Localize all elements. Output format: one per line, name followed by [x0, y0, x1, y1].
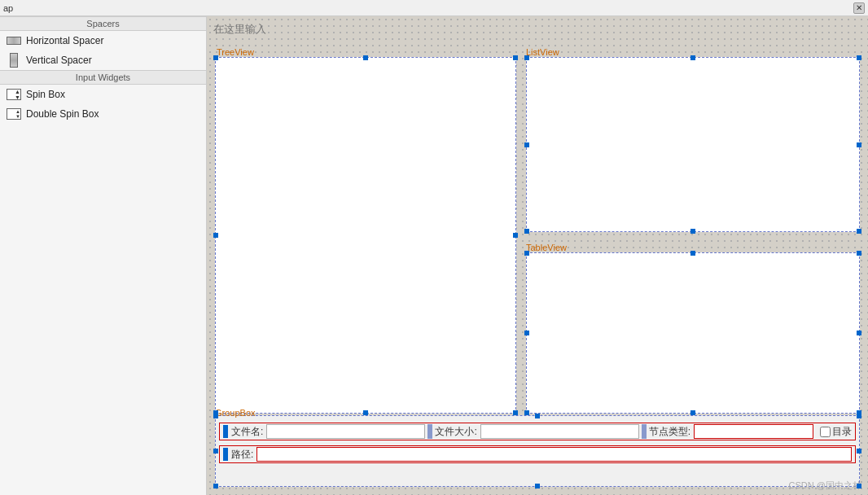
canvas-area: TreeView ListView — [207, 16, 868, 495]
file-size-label: 文件大小: — [435, 425, 476, 439]
sidebar-item-horizontal-spacer[interactable]: Horizontal Spacer — [0, 31, 206, 50]
groupbox-panel: 文件名: 文件大小: 节点类型: 目录 — [215, 415, 860, 487]
horizontal-spacer-label: Horizontal Spacer — [26, 35, 103, 46]
listview-label: ListView — [526, 47, 559, 57]
handle-tr — [857, 55, 861, 60]
section-spacers: Spacers — [0, 16, 206, 31]
handle-bl — [524, 410, 529, 415]
separator-handle-2[interactable] — [642, 424, 647, 439]
node-type-label: 节点类型: — [649, 425, 690, 439]
sidebar-item-spin-box[interactable]: ▲▼ Spin Box — [0, 85, 206, 104]
handle-tl — [524, 251, 529, 256]
main-input[interactable] — [213, 23, 861, 35]
handle-tm — [690, 251, 695, 256]
tableview-panel[interactable] — [526, 252, 860, 414]
left-panel: Spacers Horizontal Spacer Vertical Space… — [0, 16, 207, 495]
handle-mr — [513, 233, 518, 238]
close-button[interactable]: ✕ — [853, 2, 865, 14]
handle-bl — [213, 484, 218, 488]
handle-bm — [363, 410, 368, 415]
handle-tl — [213, 55, 218, 60]
handle-bm — [690, 229, 695, 234]
main-layout: Spacers Horizontal Spacer Vertical Space… — [0, 16, 868, 495]
handle-tm — [690, 55, 695, 60]
handle-tl — [524, 55, 529, 60]
listview-panel[interactable] — [526, 57, 860, 232]
handle-br — [857, 484, 861, 488]
top-input-area[interactable] — [213, 23, 861, 35]
directory-checkbox-area: 目录 — [817, 425, 852, 439]
right-panel[interactable]: TreeView ListView — [207, 16, 868, 495]
separator-handle-1[interactable] — [427, 424, 432, 439]
file-name-input[interactable] — [266, 424, 425, 439]
handle-tm — [363, 55, 368, 60]
sidebar-item-double-spin-box[interactable]: ▲▼ Double Spin Box — [0, 104, 206, 124]
row2-handle-left — [223, 448, 228, 461]
handle-mr — [857, 331, 861, 335]
hspacer-icon — [7, 33, 21, 48]
handle-ml — [524, 142, 529, 147]
handle-br — [857, 229, 861, 234]
handle-ml — [213, 449, 218, 453]
handle-tr — [857, 251, 861, 256]
form-row-2: 路径: — [219, 445, 856, 463]
spin-box-label: Spin Box — [26, 89, 65, 100]
treeview-panel[interactable] — [215, 57, 516, 414]
groupbox-label: GroupBox — [215, 408, 256, 418]
double-spin-box-label: Double Spin Box — [26, 108, 99, 120]
app-bar: ap ✕ — [0, 0, 868, 16]
handle-ml — [213, 233, 218, 238]
watermark: CSDN @国中之林 — [789, 480, 861, 492]
sidebar-item-vertical-spacer[interactable]: Vertical Spacer — [0, 50, 206, 70]
directory-label: 目录 — [832, 425, 852, 439]
path-input[interactable] — [256, 447, 852, 462]
file-size-input[interactable] — [480, 424, 639, 439]
directory-checkbox[interactable] — [820, 427, 831, 437]
handle-tr — [513, 55, 518, 60]
handle-br — [513, 410, 518, 415]
handle-bl — [524, 229, 529, 234]
handle-ml — [524, 331, 529, 335]
tableview-label: TableView — [526, 243, 567, 252]
section-input-widgets: Input Widgets — [0, 70, 206, 85]
node-type-input[interactable] — [694, 424, 813, 439]
treeview-label: TreeView — [215, 47, 256, 57]
path-label: 路径: — [231, 448, 253, 462]
row-handle-left — [223, 425, 228, 438]
vspacer-icon — [7, 53, 21, 68]
handle-mr — [857, 449, 861, 453]
app-title: ap — [3, 3, 13, 13]
handle-bm — [535, 484, 540, 488]
double-spinbox-icon: ▲▼ — [7, 107, 21, 121]
vertical-spacer-label: Vertical Spacer — [26, 55, 92, 66]
spinbox-icon: ▲▼ — [7, 87, 21, 102]
handle-tm — [535, 414, 540, 418]
handle-bm — [690, 410, 695, 415]
form-row-1: 文件名: 文件大小: 节点类型: 目录 — [219, 423, 856, 440]
file-name-label: 文件名: — [231, 425, 263, 439]
handle-tl — [213, 414, 218, 418]
handle-tr — [857, 414, 861, 418]
handle-mr — [857, 142, 861, 147]
